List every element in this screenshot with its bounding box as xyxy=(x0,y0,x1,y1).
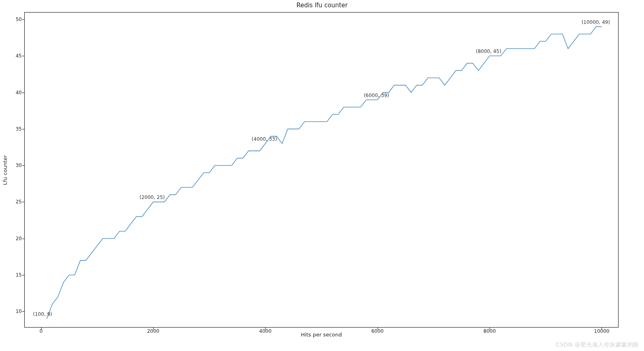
chart-svg xyxy=(24,12,619,328)
annotation-label: (2000, 25) xyxy=(139,195,165,200)
figure: Redis lfu counter Lfu counter 0200040006… xyxy=(0,0,644,351)
ytick-mark xyxy=(22,56,24,56)
annotation-label: (4000, 33) xyxy=(251,136,277,142)
annotation-label: (8000, 45) xyxy=(476,49,501,54)
ytick-mark xyxy=(22,239,24,239)
watermark-text: CSDN @星光落入你灰蒙蒙的眼 xyxy=(556,341,639,349)
ytick-mark xyxy=(22,275,24,275)
annotation-label: (6000, 39) xyxy=(364,93,389,98)
ytick-label: 25 xyxy=(6,199,22,205)
annotation-label: (100, 9) xyxy=(33,311,52,317)
ytick-label: 45 xyxy=(6,53,22,59)
ytick-mark xyxy=(22,311,24,312)
ytick-label: 10 xyxy=(6,309,22,314)
ytick-mark xyxy=(22,202,24,202)
chart-title: Redis lfu counter xyxy=(0,2,644,9)
ytick-mark xyxy=(22,19,24,20)
ytick-mark xyxy=(22,129,24,129)
ytick-mark xyxy=(22,93,24,93)
ytick-label: 40 xyxy=(6,90,22,95)
ytick-mark xyxy=(22,165,24,166)
series-line xyxy=(47,27,602,319)
ytick-label: 15 xyxy=(6,272,22,278)
ytick-label: 30 xyxy=(6,163,22,168)
ytick-label: 35 xyxy=(6,126,22,132)
x-axis-label: Hits per second xyxy=(24,332,619,338)
y-axis-label: Lfu counter xyxy=(2,12,8,328)
ytick-label: 50 xyxy=(6,17,22,22)
ytick-label: 20 xyxy=(6,236,22,241)
annotation-label: (10000, 49) xyxy=(581,19,610,25)
